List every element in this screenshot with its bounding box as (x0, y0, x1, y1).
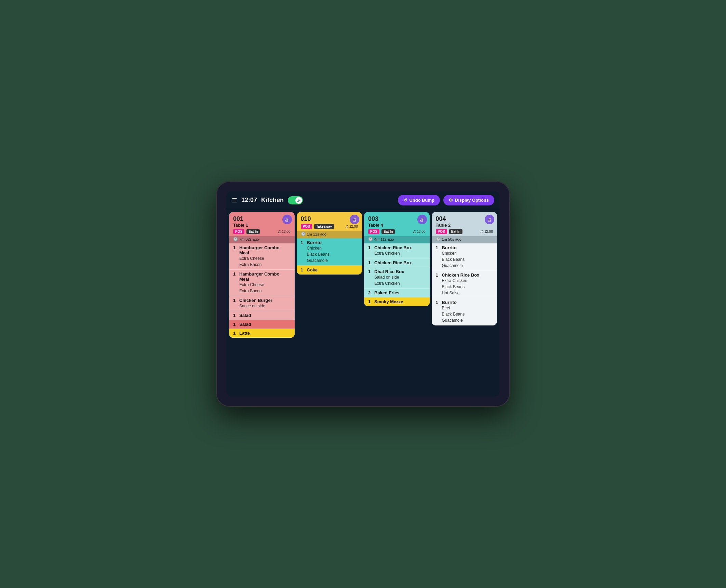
badge-type-004: Eat In (449, 229, 462, 234)
order-card-003[interactable]: 003 Table 4 POS Eat In 🖨 12:00 🖨 🕐 4m 11… (364, 212, 430, 306)
item-main-004-2: 1 Burrito (436, 300, 493, 305)
order-num-001: 001 (233, 215, 291, 223)
ago-text-003: 4m 11s ago (374, 237, 394, 241)
table-label-001: Table 1 (233, 223, 291, 228)
item-name-001-5: Latte (239, 331, 250, 336)
card-time-010: 🖨 12:00 (345, 225, 358, 228)
print-button-003[interactable]: 🖨 (417, 215, 427, 224)
item-main-001-5: 1 Latte (233, 331, 291, 336)
item-name-004-1: Chicken Rice Box (442, 272, 480, 278)
item-row-001-0[interactable]: 1 Hamburger Combo Meal Extra CheeseExtra… (229, 243, 295, 270)
item-name-010-1: Coke (307, 267, 318, 272)
menu-icon[interactable]: ☰ (232, 197, 237, 204)
clock-icon-004: 🕐 (436, 237, 441, 241)
item-sub-004-1-0: Extra Chicken (442, 278, 493, 284)
clock-icon-001: 🕐 (233, 237, 238, 241)
card-items-001: 1 Hamburger Combo Meal Extra CheeseExtra… (229, 243, 295, 338)
item-row-003-2[interactable]: 1 Dhal Rice Box Salad on sideExtra Chick… (364, 267, 430, 289)
table-label-004: Table 2 (436, 223, 493, 228)
item-sub-004-2-0: Beef (442, 305, 493, 311)
item-main-003-2: 1 Dhal Rice Box (368, 269, 426, 274)
card-time-001: 🖨 12:00 (278, 230, 291, 233)
item-qty-001-3: 1 (233, 313, 237, 318)
item-qty-004-2: 1 (436, 300, 440, 305)
item-row-001-2[interactable]: 1 Chicken Burger Sauce on side (229, 296, 295, 311)
print-button-001[interactable]: 🖨 (282, 215, 292, 224)
item-main-004-0: 1 Burrito (436, 245, 493, 250)
order-card-001[interactable]: 001 Table 1 POS Eat In 🖨 12:00 🖨 🕐 7m 02… (229, 212, 295, 338)
item-sub-010-0-2: Guacamole (307, 257, 358, 264)
item-qty-001-1: 1 (233, 271, 237, 282)
tablet-shell: ☰ 12:07 Kitchen 🔊 ↺ Undo Bump ⚙ Display … (216, 181, 510, 407)
item-main-001-1: 1 Hamburger Combo Meal (233, 271, 291, 282)
display-options-button[interactable]: ⚙ Display Options (443, 195, 494, 205)
card-time-003: 🖨 12:00 (413, 230, 426, 233)
item-subs-001-0: Extra CheeseExtra Bacon (233, 255, 291, 268)
item-row-004-1[interactable]: 1 Chicken Rice Box Extra ChickenBlack Be… (432, 271, 497, 298)
sound-toggle-knob: 🔊 (295, 197, 302, 204)
item-subs-003-2: Salad on sideExtra Chicken (368, 274, 426, 286)
card-meta-010: POS Takeaway 🖨 12:00 (301, 224, 358, 229)
card-meta-001: POS Eat In 🖨 12:00 (233, 229, 291, 234)
item-name-001-0: Hamburger Combo Meal (239, 245, 291, 255)
item-row-001-4[interactable]: 1 Salad (229, 320, 295, 329)
item-sub-001-1-0: Extra Cheese (239, 282, 291, 288)
print-button-010[interactable]: 🖨 (350, 215, 359, 224)
item-name-003-0: Chicken Rice Box (374, 245, 412, 250)
item-row-003-1[interactable]: 1 Chicken Rice Box (364, 258, 430, 267)
item-qty-004-0: 1 (436, 245, 440, 250)
item-sub-004-0-0: Chicken (442, 250, 493, 256)
item-subs-004-1: Extra ChickenBlack BeansHot Salsa (436, 278, 493, 296)
item-qty-003-3: 2 (368, 290, 372, 295)
item-row-010-0[interactable]: 1 Burrito ChickenBlack BeansGuacamole (297, 238, 362, 266)
item-row-001-1[interactable]: 1 Hamburger Combo Meal Extra CheeseExtra… (229, 270, 295, 296)
item-sub-003-0-0: Extra Chicken (374, 250, 426, 256)
item-main-001-2: 1 Chicken Burger (233, 298, 291, 303)
ago-row-003: 🕐 4m 11s ago (364, 236, 430, 243)
item-qty-003-2: 1 (368, 269, 372, 274)
orders-grid: 001 Table 1 POS Eat In 🖨 12:00 🖨 🕐 7m 02… (226, 209, 500, 340)
ago-row-010: 🕐 1m 12s ago (297, 231, 362, 238)
item-row-003-4[interactable]: 1 Smoky Mezze (364, 297, 430, 306)
item-subs-001-1: Extra CheeseExtra Bacon (233, 282, 291, 294)
undo-bump-button[interactable]: ↺ Undo Bump (398, 195, 440, 205)
item-subs-004-2: BeefBlack BeansGuacamole (436, 305, 493, 323)
item-row-004-2[interactable]: 1 Burrito BeefBlack BeansGuacamole (432, 298, 497, 325)
item-qty-001-0: 1 (233, 245, 237, 255)
item-qty-001-4: 1 (233, 322, 237, 327)
item-qty-003-1: 1 (368, 260, 372, 265)
item-name-004-0: Burrito (442, 245, 457, 250)
item-subs-003-0: Extra Chicken (368, 250, 426, 256)
item-qty-010-1: 1 (301, 267, 305, 272)
print-button-004[interactable]: 🖨 (485, 215, 494, 224)
clock-icon-003: 🕐 (368, 237, 373, 241)
item-main-001-0: 1 Hamburger Combo Meal (233, 245, 291, 255)
ago-text-004: 1m 50s ago (442, 237, 461, 241)
sound-icon: 🔊 (297, 199, 301, 202)
order-card-004[interactable]: 004 Table 2 POS Eat In 🖨 12:00 🖨 🕐 1m 50… (432, 212, 497, 325)
header-time: 12:07 (241, 197, 257, 204)
item-name-003-4: Smoky Mezze (374, 299, 403, 304)
card-header-004: 004 Table 2 POS Eat In 🖨 12:00 🖨 (432, 212, 497, 236)
item-row-001-3[interactable]: 1 Salad (229, 311, 295, 320)
sound-toggle[interactable]: 🔊 (288, 196, 303, 204)
item-name-003-1: Chicken Rice Box (374, 260, 412, 265)
item-name-001-1: Hamburger Combo Meal (239, 271, 291, 282)
item-row-003-0[interactable]: 1 Chicken Rice Box Extra Chicken (364, 243, 430, 258)
card-header-003: 003 Table 4 POS Eat In 🖨 12:00 🖨 (364, 212, 430, 236)
item-row-004-0[interactable]: 1 Burrito ChickenBlack BeansGuacamole (432, 243, 497, 271)
item-row-001-5[interactable]: 1 Latte (229, 329, 295, 338)
item-name-003-3: Baked Fries (374, 290, 400, 295)
card-header-010: 010 POS Takeaway 🖨 12:00 🖨 (297, 212, 362, 231)
item-qty-003-4: 1 (368, 299, 372, 304)
item-subs-010-0: ChickenBlack BeansGuacamole (301, 245, 358, 264)
order-card-010[interactable]: 010 POS Takeaway 🖨 12:00 🖨 🕐 1m 12s ago … (297, 212, 362, 275)
item-row-003-3[interactable]: 2 Baked Fries (364, 289, 430, 297)
tablet-screen: ☰ 12:07 Kitchen 🔊 ↺ Undo Bump ⚙ Display … (226, 191, 500, 397)
item-main-003-3: 2 Baked Fries (368, 290, 426, 295)
item-sub-001-0-1: Extra Bacon (239, 262, 291, 268)
header-right: ↺ Undo Bump ⚙ Display Options (398, 195, 494, 205)
item-name-003-2: Dhal Rice Box (374, 269, 404, 274)
badge-type-001: Eat In (246, 229, 260, 234)
item-row-010-1[interactable]: 1 Coke (297, 266, 362, 275)
